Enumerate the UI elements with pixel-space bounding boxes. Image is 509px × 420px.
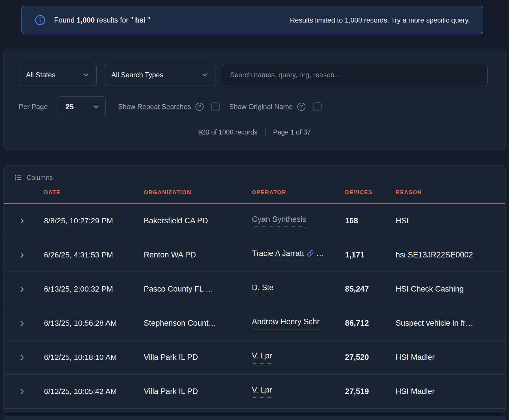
search-audit-page: Found 1,000 results for " hsi " Results … — [0, 0, 509, 420]
page-indicator: Page 1 of 37 — [273, 128, 311, 136]
columns-button-label: Columns — [27, 174, 53, 182]
cell-devices: 86,712 — [345, 319, 396, 328]
row-expand-chevron[interactable] — [18, 353, 26, 362]
table-row[interactable]: 8/8/25, 10:27:29 PM Bakersfield CA PD Cy… — [4, 204, 505, 238]
help-icon[interactable]: ? — [196, 103, 204, 111]
results-table-panel: Columns DATE ORGANIZATION OPERATOR DEVIC… — [3, 165, 506, 413]
results-summary: 920 of 1000 records Page 1 of 37 — [19, 128, 490, 137]
cell-organization: Pasco County FL … — [144, 285, 252, 294]
row-expand-chevron[interactable] — [18, 285, 26, 294]
show-original-name-label: Show Original Name — [229, 103, 293, 111]
cell-date: 6/13/25, 10:56:28 AM — [44, 319, 144, 328]
row-expand-chevron[interactable] — [18, 387, 26, 396]
cell-devices: 85,247 — [345, 285, 396, 294]
cell-date: 6/12/25, 10:18:10 AM — [44, 353, 144, 362]
results-banner: Found 1,000 results for " hsi " Results … — [21, 6, 483, 34]
operator-link[interactable]: Tracie A Jarratt … — [252, 249, 324, 261]
states-dropdown-value: All States — [26, 71, 55, 79]
per-page-value: 25 — [65, 102, 74, 111]
table-row[interactable]: 6/12/25, 10:05:42 AM Villa Park IL PD V.… — [4, 375, 505, 409]
cell-reason: Suspect vehicle in fr… — [396, 319, 505, 328]
col-header-date[interactable]: DATE — [44, 189, 144, 196]
cell-devices: 168 — [345, 216, 396, 225]
search-input[interactable] — [222, 64, 488, 86]
col-header-organization[interactable]: ORGANIZATION — [144, 189, 252, 196]
operator-link[interactable]: V. Lpr — [252, 351, 272, 364]
col-header-reason[interactable]: REASON — [396, 189, 505, 196]
cell-operator: Andrew Henry Schr — [252, 317, 345, 329]
cell-organization: Stephenson Count… — [144, 319, 252, 328]
operator-name: D. Ste — [252, 283, 274, 292]
banner-message: Found 1,000 results for " hsi " — [54, 16, 150, 24]
table-row[interactable]: 6/12/25, 10:18:10 AM Villa Park IL PD V.… — [4, 340, 505, 375]
operator-name: V. Lpr — [252, 351, 272, 360]
show-repeat-searches-label: Show Repeat Searches — [118, 103, 191, 111]
states-dropdown[interactable]: All States — [19, 64, 97, 86]
cell-devices: 27,520 — [345, 353, 396, 362]
row-expand-chevron[interactable] — [18, 319, 26, 328]
operator-name: Andrew Henry Schr — [252, 317, 320, 326]
operator-truncation: … — [316, 249, 324, 258]
summary-divider — [265, 128, 265, 137]
filter-row-options: Per Page 25 Show Repeat Searches ? Show … — [19, 96, 490, 117]
filter-panel: All States All Search Types Per Page 25 — [3, 49, 506, 150]
cell-operator: Tracie A Jarratt … — [252, 249, 345, 261]
cell-devices: 27,519 — [345, 387, 396, 396]
operator-name: Tracie A Jarratt — [252, 249, 304, 258]
cell-date: 6/12/25, 10:05:42 AM — [44, 387, 144, 396]
cell-reason: HSI Check Cashing — [396, 285, 505, 294]
info-icon — [35, 15, 45, 25]
filter-row-top: All States All Search Types — [19, 64, 490, 86]
columns-button[interactable]: Columns — [4, 166, 59, 182]
show-repeat-searches-checkbox[interactable] — [211, 102, 220, 111]
banner-limit-note: Results limited to 1,000 records. Try a … — [290, 16, 470, 24]
columns-list-icon — [14, 174, 22, 182]
cell-organization: Villa Park IL PD — [144, 387, 252, 396]
link-icon — [307, 250, 314, 257]
chevron-down-icon — [82, 71, 89, 78]
records-count: 920 of 1000 records — [198, 128, 257, 136]
cell-organization: Renton WA PD — [144, 250, 252, 259]
col-header-devices[interactable]: DEVICES — [345, 189, 396, 196]
cell-reason: HSI Madler — [396, 353, 505, 362]
cell-date: 8/8/25, 10:27:29 PM — [44, 216, 144, 225]
cell-operator: V. Lpr — [252, 351, 345, 364]
operator-link[interactable]: D. Ste — [252, 283, 274, 295]
cell-reason: HSI — [396, 216, 505, 225]
cell-operator: D. Ste — [252, 283, 345, 295]
per-page-label: Per Page — [19, 103, 48, 111]
chevron-down-icon — [201, 71, 208, 78]
show-original-name-checkbox[interactable] — [313, 102, 322, 111]
operator-link[interactable]: V. Lpr — [252, 386, 272, 398]
operator-link[interactable]: Andrew Henry Schr — [252, 317, 320, 329]
row-expand-chevron[interactable] — [18, 251, 26, 259]
operator-name: Cyan Synthesis — [252, 215, 306, 224]
table-row[interactable]: 6/26/25, 4:31:53 PM Renton WA PD Tracie … — [4, 238, 505, 272]
cell-operator: V. Lpr — [252, 386, 345, 398]
cell-organization: Villa Park IL PD — [144, 353, 252, 362]
col-header-operator[interactable]: OPERATOR — [252, 189, 345, 196]
row-expand-chevron[interactable] — [18, 217, 26, 225]
next-panel-edge — [3, 416, 506, 420]
table-row[interactable]: 6/13/25, 10:56:28 AM Stephenson Count… A… — [4, 306, 505, 340]
chevron-down-icon — [93, 103, 99, 110]
search-types-dropdown-value: All Search Types — [111, 71, 163, 79]
cell-devices: 1,171 — [345, 250, 396, 259]
operator-name: V. Lpr — [252, 386, 272, 395]
cell-operator: Cyan Synthesis — [252, 215, 345, 227]
table-header-row: DATE ORGANIZATION OPERATOR DEVICES REASO… — [4, 182, 505, 204]
cell-reason: HSI Madler — [396, 387, 505, 396]
cell-date: 6/13/25, 2:00:32 PM — [44, 285, 144, 294]
cell-date: 6/26/25, 4:31:53 PM — [44, 250, 144, 259]
operator-link[interactable]: Cyan Synthesis — [252, 215, 306, 227]
table-row[interactable]: 6/13/25, 2:00:32 PM Pasco County FL … D.… — [4, 272, 505, 306]
cell-reason: hsi SE13JR22SE0002 — [396, 250, 505, 259]
help-icon[interactable]: ? — [297, 103, 305, 111]
per-page-dropdown[interactable]: 25 — [57, 96, 106, 117]
cell-organization: Bakersfield CA PD — [144, 216, 252, 225]
search-types-dropdown[interactable]: All Search Types — [104, 64, 215, 86]
